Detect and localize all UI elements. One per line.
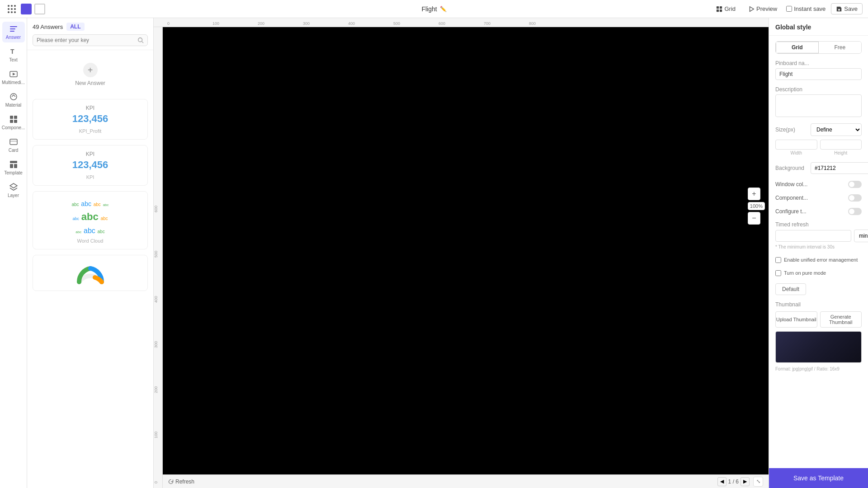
description-textarea[interactable]	[775, 94, 862, 117]
main-area: Answer T Text Multimedi... Material	[0, 18, 868, 488]
component-toggle[interactable]	[848, 194, 862, 202]
svg-rect-14	[10, 26, 17, 27]
page-prev-button[interactable]: ◀	[717, 477, 726, 486]
size-row: Size(px) Define 868x488 1280x720 Width	[775, 123, 862, 155]
sidebar-item-material[interactable]: Material	[2, 89, 25, 110]
kpi-card-2[interactable]: KPI 123,456 KPI	[33, 145, 148, 186]
svg-rect-22	[14, 116, 17, 119]
window-color-toggle[interactable]	[848, 181, 862, 188]
layout-free-button[interactable]: Free	[819, 42, 862, 53]
ruler-v-tick: 300	[154, 341, 158, 348]
error-management-label: Enable unified error management	[784, 257, 858, 263]
zoom-out-button[interactable]: −	[748, 212, 760, 225]
ruler-tick-label: 300	[303, 21, 310, 26]
window-color-label: Window col...	[775, 181, 807, 188]
save-as-template-button[interactable]: Save as Template	[769, 468, 868, 488]
timed-refresh-unit-select[interactable]: minute second hour	[854, 230, 868, 242]
page-next-button[interactable]: ▶	[741, 477, 750, 486]
zoom-in-button[interactable]: +	[748, 188, 760, 200]
sidebar-item-multimedia[interactable]: Multimedi...	[2, 67, 25, 88]
error-management-row: Enable unified error management	[775, 257, 862, 263]
error-management-checkbox[interactable]	[775, 257, 781, 263]
sidebar-label-material: Material	[5, 103, 22, 108]
fullscreen-button[interactable]: ⤡	[753, 477, 763, 487]
configure-row: Configure t...	[775, 208, 862, 215]
ruler-tick-label: 200	[258, 21, 264, 26]
pure-mode-checkbox[interactable]	[775, 270, 781, 276]
generate-thumbnail-button[interactable]: Generate Thumbnail	[820, 311, 862, 328]
menu-icon-button[interactable]	[5, 3, 18, 15]
size-select[interactable]: Define 868x488 1280x720	[811, 123, 862, 136]
refresh-note: * The minimum interval is 30s	[775, 244, 862, 250]
wc-word-9: abc	[84, 227, 95, 235]
pinboard-name-row: Pinboard na...	[775, 60, 862, 80]
edit-icon[interactable]: ✏️	[440, 6, 447, 12]
ruler-tick-label: 0	[167, 21, 170, 26]
wc-word-4: abc	[103, 203, 109, 207]
ruler-vertical: 0 100 200 300 400 500 600	[154, 27, 163, 488]
ruler-tick-label: 500	[393, 21, 400, 26]
sidebar-item-text[interactable]: T Text	[2, 44, 25, 65]
sidebar-item-layer[interactable]: Layer	[2, 180, 25, 201]
canvas-content[interactable]	[163, 27, 769, 474]
page-info: 1 / 6	[728, 479, 739, 485]
search-icon	[137, 37, 144, 43]
width-input[interactable]	[775, 140, 817, 150]
save-icon	[836, 6, 842, 12]
wc-word-10: abc	[98, 229, 105, 234]
sidebar-item-component[interactable]: Compone...	[2, 112, 25, 133]
svg-point-30	[138, 38, 142, 42]
kpi-card-profit[interactable]: KPI 123,456 KPI_Profit	[33, 99, 148, 140]
upload-thumbnail-button[interactable]: Upload Thumbnail	[775, 311, 817, 328]
page-total: 6	[736, 479, 739, 485]
background-input[interactable]	[811, 162, 868, 174]
kpi-name-1: KPI_Profit	[38, 128, 142, 134]
color-swatch-purple[interactable]	[21, 4, 32, 14]
refresh-button[interactable]: Refresh	[168, 479, 194, 485]
search-input[interactable]	[37, 37, 135, 43]
instant-save-checkbox[interactable]	[786, 6, 792, 12]
svg-rect-21	[10, 116, 13, 119]
sidebar-item-card[interactable]: Card	[2, 135, 25, 155]
gauge-card[interactable]	[33, 255, 148, 291]
kpi-label-2: KPI	[38, 151, 142, 157]
ruler-v-tick: 200	[154, 386, 158, 393]
svg-rect-26	[10, 141, 17, 142]
svg-point-6	[8, 11, 9, 13]
sidebar-label-text: Text	[9, 57, 17, 62]
background-row-inline: Background ≡	[775, 162, 862, 174]
preview-label: Preview	[756, 5, 777, 12]
color-swatch-outline[interactable]	[34, 4, 45, 14]
svg-point-7	[11, 11, 13, 13]
layout-grid-button[interactable]: Grid	[776, 42, 819, 53]
height-input[interactable]	[820, 140, 862, 150]
save-button[interactable]: Save	[831, 3, 863, 14]
new-answer-button[interactable]: + New Answer	[33, 56, 148, 94]
grid-label: Grid	[724, 5, 736, 12]
preview-button[interactable]: Preview	[745, 4, 781, 14]
grid-view-button[interactable]: Grid	[712, 4, 739, 14]
svg-point-2	[14, 5, 16, 6]
svg-rect-23	[10, 120, 13, 123]
default-button[interactable]: Default	[775, 283, 806, 295]
answers-count: 49 Answers	[33, 23, 63, 30]
wc-word-1: abc	[71, 202, 79, 207]
page-title: Flight	[421, 5, 437, 13]
background-label: Background	[775, 165, 807, 171]
canvas-area: 0 100 200 300 400 500 600 700 800 0 100 …	[154, 18, 769, 488]
tab-all[interactable]: ALL	[66, 23, 84, 31]
pinboard-name-input[interactable]	[775, 68, 862, 80]
width-label: Width	[775, 150, 817, 155]
configure-toggle[interactable]	[848, 208, 862, 215]
instant-save-checkbox-label[interactable]: Instant save	[786, 5, 826, 12]
timed-refresh-input[interactable]	[775, 230, 851, 242]
word-cloud-preview: abc abc abc abc abc abc abc abc abc abc	[38, 197, 142, 238]
sidebar-label-answer: Answer	[6, 35, 21, 40]
svg-point-8	[14, 11, 16, 13]
description-row: Description	[775, 86, 862, 117]
sidebar-item-answer[interactable]: Answer	[2, 22, 25, 42]
upload-label: Upload Thumbnail	[776, 317, 816, 322]
sidebar-item-template[interactable]: Template	[2, 157, 25, 178]
word-cloud-card[interactable]: abc abc abc abc abc abc abc abc abc abc …	[33, 191, 148, 249]
wc-word-7: abc	[100, 216, 108, 221]
